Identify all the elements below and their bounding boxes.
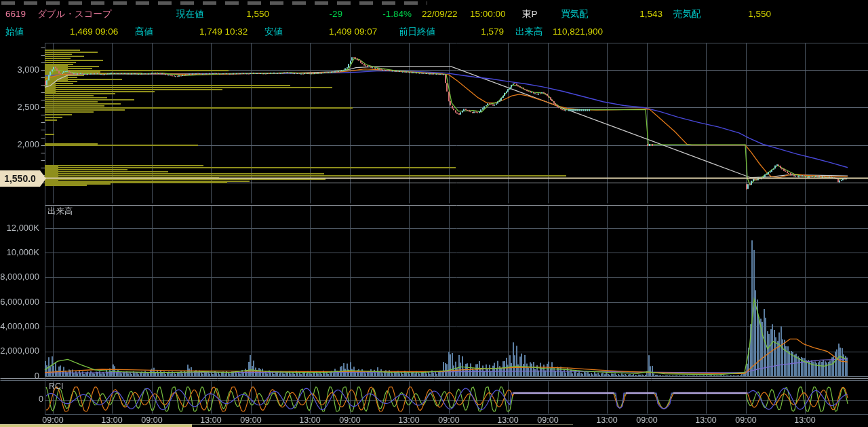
price-axis-label: 3,000 [0, 64, 39, 75]
chart-canvas[interactable] [0, 0, 868, 427]
low-value: 1,409 09:07 [329, 26, 377, 37]
price-axis-label: 2,500 [0, 102, 39, 112]
high-value: 1,749 10:32 [199, 26, 248, 37]
volume-axis-label: 8,000,000 [0, 272, 39, 282]
chart-window: 6619 ダブル・スコープ 現在値 1,550 -29 -1.84% 22/09… [0, 0, 868, 427]
time-axis-label: 13:00 [497, 415, 518, 425]
market-segment: 東P [522, 9, 538, 20]
time-axis-label: 13:00 [299, 415, 320, 425]
volume-axis-label: 6,000,000 [0, 297, 39, 307]
time-axis-label: 09:00 [240, 415, 261, 425]
price-change: -29 [319, 9, 342, 20]
volume-value: 110,821,900 [553, 26, 603, 37]
volume-panel-title: 出来高 [47, 206, 73, 216]
time-axis-label: 09:00 [438, 415, 459, 425]
volume-label: 出来高 [515, 26, 543, 37]
volume-axis-label: 2,000,000 [0, 346, 39, 356]
price-change-pct: -1.84% [373, 9, 412, 20]
stock-name: ダブル・スコープ [37, 9, 112, 20]
stock-code: 6619 [5, 9, 26, 20]
low-label: 安値 [264, 26, 283, 37]
current-label: 現在値 [176, 9, 204, 20]
prev-close-label: 前日終値 [399, 26, 435, 37]
quote-date: 22/09/22 [422, 9, 458, 20]
current-price-badge-arrow [40, 170, 46, 187]
price-axis-label: 2,000 [0, 139, 39, 149]
top-dashed-strip [1, 1, 427, 5]
ask-label: 売気配 [673, 9, 701, 20]
time-axis-label: 13:00 [794, 415, 815, 425]
time-axis-label: 13:00 [695, 415, 716, 425]
bid-value: 1,543 [631, 9, 663, 20]
prev-close-value: 1,579 [473, 26, 504, 37]
ask-value: 1,550 [739, 9, 771, 20]
time-axis-label: 09:00 [735, 415, 756, 425]
rci-zero-label: 0 [0, 394, 43, 404]
scrollbar-thumb[interactable] [0, 424, 192, 427]
high-label: 高値 [135, 26, 153, 37]
time-axis-label: 09:00 [537, 415, 558, 425]
time-axis-label: 09:00 [141, 415, 162, 425]
current-price-badge-text: 1,550.0 [0, 170, 40, 187]
time-axis-label: 13:00 [596, 415, 617, 425]
current-value: 1,550 [229, 9, 269, 20]
time-axis-label: 09:00 [636, 415, 657, 425]
bid-label: 買気配 [561, 9, 589, 20]
time-axis-label: 13:00 [101, 415, 122, 425]
quote-time: 15:00:00 [470, 9, 506, 20]
open-label: 始値 [5, 26, 24, 37]
volume-axis-label: 10,000K [0, 247, 39, 257]
volume-axis-label: 4,000,000 [0, 321, 39, 331]
rci-panel-title: RCI [49, 382, 64, 391]
time-axis-label: 09:00 [339, 415, 360, 425]
time-axis-label: 13:00 [200, 415, 221, 425]
volume-axis-label: 0 [0, 371, 39, 381]
time-axis-label: 13:00 [398, 415, 419, 425]
time-axis-label: 09:00 [42, 415, 63, 425]
open-value: 1,469 09:06 [70, 26, 118, 37]
volume-axis-label: 12,000K [0, 223, 39, 233]
